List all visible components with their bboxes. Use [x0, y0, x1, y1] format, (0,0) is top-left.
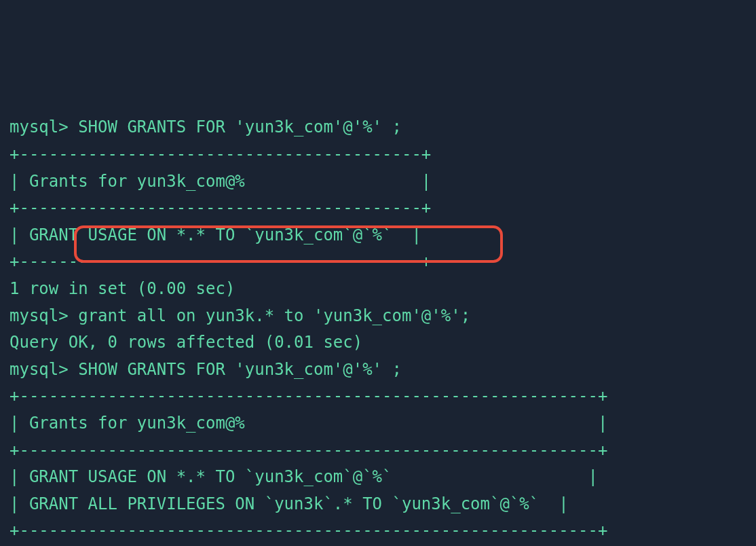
terminal-line: mysql> SHOW GRANTS FOR 'yun3k_com'@'%' ;	[10, 114, 746, 141]
terminal-line: +---------------------------------------…	[10, 249, 746, 276]
terminal-line: 1 row in set (0.00 sec)	[10, 276, 746, 303]
terminal-output: mysql> SHOW GRANTS FOR 'yun3k_com'@'%' ;…	[10, 114, 746, 546]
terminal-line: mysql> SHOW GRANTS FOR 'yun3k_com'@'%' ;	[10, 357, 746, 384]
terminal-line: Query OK, 0 rows affected (0.01 sec)	[10, 329, 746, 357]
terminal-line: +---------------------------------------…	[10, 141, 746, 168]
terminal-line: +---------------------------------------…	[10, 437, 746, 465]
terminal-line: | GRANT USAGE ON *.* TO `yun3k_com`@`%` …	[10, 222, 746, 249]
terminal-line: | Grants for yun3k_com@% |	[10, 168, 746, 196]
terminal-line: +---------------------------------------…	[10, 195, 746, 222]
terminal-line: +---------------------------------------…	[10, 383, 746, 410]
terminal-line: mysql> grant all on yun3k.* to 'yun3k_co…	[10, 303, 746, 330]
terminal-line: | GRANT USAGE ON *.* TO `yun3k_com`@`%` …	[10, 464, 746, 491]
terminal-line: +---------------------------------------…	[10, 517, 746, 545]
terminal-line: | GRANT ALL PRIVILEGES ON `yun3k`.* TO `…	[10, 491, 746, 518]
terminal-line: | Grants for yun3k_com@% |	[10, 410, 746, 437]
